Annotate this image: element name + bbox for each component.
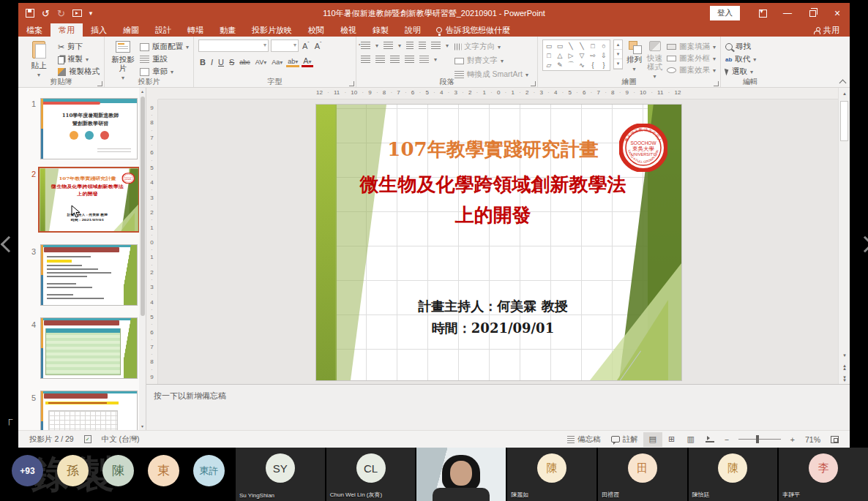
character-spacing-button[interactable]: AV▾: [254, 59, 268, 66]
shape-icon[interactable]: △: [555, 50, 564, 60]
editor-scrollbar[interactable]: ▴ ▾ ▴▴ ▾▾: [838, 88, 850, 384]
shape-icon[interactable]: ▭: [555, 41, 564, 50]
shape-icon[interactable]: ⌒: [566, 60, 575, 69]
next-slide-button[interactable]: ▾▾: [839, 373, 850, 384]
tell-me-box[interactable]: 告訴我您想做什麼: [429, 23, 517, 37]
thumbnail-scroll-up-icon[interactable]: ▴: [139, 88, 146, 95]
close-button[interactable]: ×: [825, 3, 850, 23]
zoom-slider[interactable]: [738, 439, 781, 440]
spellcheck-button[interactable]: ✓: [79, 435, 97, 443]
shapes-scroll-up-icon[interactable]: ▴: [614, 40, 622, 50]
editor-scrollbar-thumb[interactable]: [840, 101, 848, 141]
shape-icon[interactable]: ✎: [555, 60, 564, 69]
thumbnail-slide-1[interactable]: 110學年度暑期新進教師 暨創新教學研習: [40, 98, 138, 159]
redo-icon[interactable]: ↻: [57, 8, 65, 19]
slide-title-line2[interactable]: 微生物及化學跨領域創新教學法: [338, 172, 648, 197]
find-button[interactable]: 尋找: [725, 41, 756, 53]
thumbnail-slide-3[interactable]: [40, 244, 138, 306]
more-participants-badge[interactable]: +93: [12, 455, 43, 486]
tab-view[interactable]: 檢視: [332, 23, 364, 37]
drawing-dialog-launcher[interactable]: [714, 81, 719, 86]
reset-button[interactable]: 重設: [140, 53, 189, 65]
zoom-in-button[interactable]: +: [785, 435, 800, 444]
zoom-level[interactable]: 71%: [800, 435, 826, 444]
copy-button[interactable]: 複製▾: [58, 53, 100, 65]
quick-styles-button[interactable]: 快速樣式▾: [646, 39, 664, 80]
undo-icon[interactable]: ↺: [42, 8, 50, 19]
cut-button[interactable]: ✂剪下: [58, 41, 100, 53]
tab-home[interactable]: 常用: [50, 23, 83, 37]
align-right-icon[interactable]: [390, 56, 400, 63]
shape-icon[interactable]: ▷: [566, 50, 575, 60]
tab-review[interactable]: 校閱: [300, 23, 332, 37]
new-slide-button[interactable]: 新投影片▾: [109, 39, 137, 81]
slide-presenter-text[interactable]: 計畫主持人：何美霖 教授: [338, 298, 648, 315]
next-page-chevron-icon[interactable]: [857, 236, 868, 253]
shapes-scroll-down-icon[interactable]: ▾: [614, 50, 622, 59]
tab-slideshow[interactable]: 投影片放映: [244, 23, 300, 37]
shape-icon[interactable]: ▽: [577, 50, 586, 60]
font-dialog-launcher[interactable]: [349, 81, 354, 86]
participant-avatar-4[interactable]: 東許: [193, 455, 225, 486]
align-center-icon[interactable]: [375, 56, 385, 63]
thumbnail-slide-4[interactable]: [40, 317, 138, 379]
decrease-indent-icon[interactable]: [406, 42, 414, 49]
change-case-button[interactable]: Aa▾: [270, 59, 284, 66]
notes-toggle-button[interactable]: 備忘稿: [562, 434, 606, 445]
save-icon[interactable]: [26, 9, 34, 18]
slide-title-line1[interactable]: 107年教學實踐研究計畫: [338, 137, 648, 162]
comments-toggle-button[interactable]: 註解: [606, 434, 643, 445]
vertical-ruler[interactable]: 9·8·7·6·5·4·3·2·1·0·1·2·3·4·5·6·7·8·9: [146, 99, 158, 384]
zoom-slider-thumb[interactable]: [756, 435, 759, 443]
reading-view-button[interactable]: ▥: [681, 432, 700, 447]
sign-in-button[interactable]: 登入: [710, 6, 740, 20]
thumbnail-scrollbar[interactable]: ▴ ▾: [139, 88, 146, 430]
slideshow-view-button[interactable]: [700, 432, 719, 447]
align-text-button[interactable]: 對齊文字▾: [454, 55, 528, 67]
shapes-gallery-scroll[interactable]: ▴ ▾ ▾: [613, 39, 623, 69]
columns-icon[interactable]: [419, 56, 429, 63]
justify-icon[interactable]: [405, 56, 414, 63]
participant-avatar-3[interactable]: 東: [148, 455, 179, 486]
notes-pane[interactable]: 按一下以新增備忘稿: [146, 384, 850, 430]
font-name-select[interactable]: [198, 39, 269, 52]
video-tile-2[interactable]: CL Chun Wei Lin (灰賽): [325, 448, 416, 501]
tab-help[interactable]: 說明: [397, 23, 429, 37]
shape-icon[interactable]: ▱: [545, 60, 553, 69]
line-spacing-icon[interactable]: [431, 42, 441, 49]
restore-button[interactable]: [800, 3, 825, 23]
highlight-button[interactable]: ab▾: [286, 56, 299, 67]
increase-indent-icon[interactable]: [419, 42, 426, 49]
video-tile-5[interactable]: 田 田禮霞: [596, 448, 687, 501]
editor-scroll-up-icon[interactable]: ▴: [839, 88, 850, 99]
font-size-select[interactable]: [271, 39, 299, 52]
shape-icon[interactable]: ▭: [545, 41, 553, 50]
tab-draw[interactable]: 繪圖: [115, 23, 147, 37]
bullets-icon[interactable]: [361, 42, 370, 49]
tab-record[interactable]: 錄製: [364, 23, 397, 37]
select-button[interactable]: 選取▾: [725, 66, 756, 78]
align-left-icon[interactable]: [361, 56, 370, 63]
shapes-gallery[interactable]: ▭▭╲╲□○□△▷▽⇨⇩▱✎⌒∿{}: [542, 39, 610, 71]
normal-view-button[interactable]: ▤: [643, 432, 662, 447]
italic-button[interactable]: I: [209, 58, 214, 67]
video-tile-7[interactable]: 李 李靜平: [777, 448, 868, 501]
clipboard-dialog-launcher[interactable]: [97, 81, 102, 86]
participant-avatar-1[interactable]: 孫: [57, 455, 89, 486]
shape-effects-button[interactable]: 圖案效果▾: [667, 64, 716, 76]
underline-button[interactable]: U: [217, 58, 225, 67]
shapes-more-icon[interactable]: ▾: [614, 59, 622, 69]
bold-button[interactable]: B: [198, 58, 207, 67]
shape-icon[interactable]: {: [588, 60, 597, 69]
format-painter-button[interactable]: 複製格式: [58, 66, 100, 78]
section-button[interactable]: 章節▾: [140, 66, 189, 78]
shape-icon[interactable]: ∿: [577, 60, 586, 69]
start-slideshow-icon[interactable]: [72, 10, 82, 17]
zoom-out-button[interactable]: −: [719, 435, 734, 444]
shape-icon[interactable]: ⇩: [599, 50, 608, 60]
video-tile-6[interactable]: 陳 陳怡廷: [687, 448, 778, 501]
grow-font-button[interactable]: Aˆ: [301, 41, 311, 50]
slide-title-line3[interactable]: 上的開發: [338, 203, 648, 228]
minimize-button[interactable]: —: [775, 3, 800, 23]
replace-button[interactable]: ab取代▾: [725, 53, 756, 65]
